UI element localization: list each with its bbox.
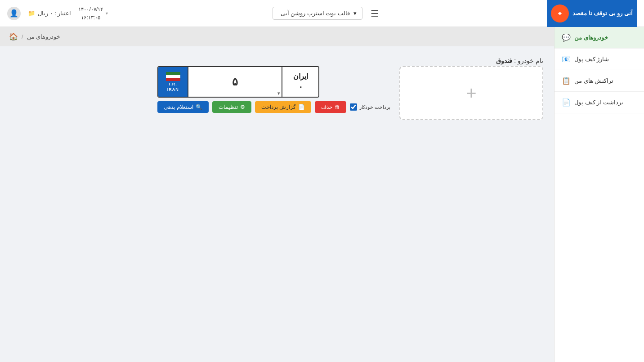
withdraw-icon: 📄	[562, 98, 571, 107]
auto-pay-label[interactable]: پرداخت خودکار	[350, 103, 390, 111]
header-left: ▾ ۱۴۰۰/۰۷/۱۴ ۱۶:۱۳:۰۵ اعتبار : ۰ ریال 📁 …	[7, 5, 108, 22]
folder-icon: 📁	[28, 10, 35, 17]
breadcrumb-separator: /	[22, 33, 23, 40]
query-search-icon: 🔍	[196, 104, 202, 110]
delete-trash-icon: 🗑	[335, 104, 340, 110]
plate-iran-number: ۰	[298, 81, 303, 92]
sidebar: خودروهای من 💬 شارژ کیف پول 📧 تراکنش های …	[554, 27, 644, 362]
delete-label: حذف	[321, 104, 332, 110]
sidebar-item-withdraw[interactable]: برداشت از کیف پول 📄	[555, 92, 644, 113]
charge-wallet-icon: 📧	[562, 55, 571, 63]
template-selector[interactable]: ▾ قالب بوت استرپ روشن آبی	[273, 7, 362, 20]
settings-button[interactable]: ⚙ تنظیمات	[212, 101, 251, 113]
logo-icon	[551, 4, 569, 22]
add-vehicle-card[interactable]: +	[399, 66, 543, 120]
delete-button[interactable]: 🗑 حذف	[315, 101, 346, 113]
plate-middle-section[interactable]: ۵ ▾	[188, 67, 282, 97]
template-label: قالب بوت استرپ روشن آبی	[281, 10, 350, 17]
logo-text: آنی رو بی توقف تا مقصد	[572, 10, 633, 17]
profile-button[interactable]: 👤	[7, 7, 21, 20]
plate-iran-text: ایران	[293, 72, 308, 80]
date-chevron-icon: ▾	[106, 10, 108, 17]
plate-country-name: IRAN	[167, 87, 179, 92]
date-time-area[interactable]: ▾ ۱۴۰۰/۰۷/۱۴ ۱۶:۱۳:۰۵	[78, 5, 108, 22]
iran-flag-icon	[166, 72, 180, 81]
plate-ir-section: I.R. IRAN	[158, 67, 188, 97]
sidebar-item-charge-wallet[interactable]: شارژ کیف پول 📧	[555, 49, 644, 70]
balance-label: اعتبار : ۰ ریال	[38, 10, 71, 17]
vehicle-name-section: نام خودرو : فندوق	[11, 57, 543, 64]
transactions-label: تراکنش های من	[574, 77, 613, 84]
plate-iran-section: ایران ۰	[282, 67, 318, 97]
logo-area: آنی رو بی توقف تا مقصد	[547, 0, 637, 27]
breadcrumb: خودروهای من / 🏠	[0, 27, 554, 46]
template-chevron-icon: ▾	[353, 10, 357, 17]
query-label: استعلام بدهی	[164, 104, 193, 110]
plate-middle-number: ۵	[232, 76, 238, 88]
main-layout: خودروهای من 💬 شارژ کیف پول 📧 تراکنش های …	[0, 27, 644, 362]
balance-area: اعتبار : ۰ ریال 📁	[28, 10, 71, 17]
auto-pay-checkbox[interactable]	[350, 103, 357, 111]
hamburger-button[interactable]: ☰	[367, 6, 382, 21]
breadcrumb-home-icon[interactable]: 🏠	[9, 32, 18, 41]
charge-wallet-label: شارژ کیف پول	[574, 56, 609, 63]
query-button[interactable]: 🔍 استعلام بدهی	[157, 101, 208, 113]
my-vehicles-label: خودروهای من	[574, 34, 608, 41]
settings-gear-icon: ⚙	[240, 104, 245, 110]
current-date: ۱۴۰۰/۰۷/۱۴	[78, 5, 103, 13]
current-time: ۱۶:۱۳:۰۵	[78, 13, 103, 22]
plate-country-code: I.R.	[169, 82, 177, 86]
add-vehicle-plus-icon: +	[466, 83, 476, 103]
auto-pay-text: پرداخت خودکار	[359, 104, 390, 110]
profile-user-icon: 👤	[9, 9, 18, 18]
transactions-icon: 📋	[562, 76, 571, 85]
my-vehicles-icon: 💬	[562, 33, 571, 42]
main-content: خودروهای من / 🏠 نام خودرو : فندوق +	[0, 27, 554, 362]
vehicle-card: I.R. IRAN ۵ ▾ ایران ۰	[157, 66, 390, 113]
sidebar-item-transactions[interactable]: تراکنش های من 📋	[555, 70, 644, 92]
report-label: گزارش پرداخت	[261, 104, 296, 110]
vehicles-row: + I.R. IRAN	[11, 66, 543, 120]
header: آنی رو بی توقف تا مقصد ☰ ▾ قالب بوت استر…	[0, 0, 644, 27]
sidebar-item-my-vehicles[interactable]: خودروهای من 💬	[555, 27, 644, 49]
report-button[interactable]: 📄 گزارش پرداخت	[255, 101, 311, 113]
content-area: نام خودرو : فندوق +	[0, 46, 554, 131]
settings-label: تنظیمات	[219, 104, 238, 110]
withdraw-label: برداشت از کیف پول	[574, 99, 623, 106]
vehicle-actions: 🔍 استعلام بدهی ⚙ تنظیمات 📄 گزارش پرداخت	[157, 101, 390, 113]
license-plate: I.R. IRAN ۵ ▾ ایران ۰	[157, 66, 319, 98]
header-center: ☰ ▾ قالب بوت استرپ روشن آبی	[273, 6, 382, 21]
report-doc-icon: 📄	[298, 104, 305, 110]
breadcrumb-current: خودروهای من	[27, 33, 61, 40]
vehicle-name-label: نام خودرو : فندوق	[496, 57, 543, 64]
plate-dropdown-icon[interactable]: ▾	[277, 91, 280, 96]
